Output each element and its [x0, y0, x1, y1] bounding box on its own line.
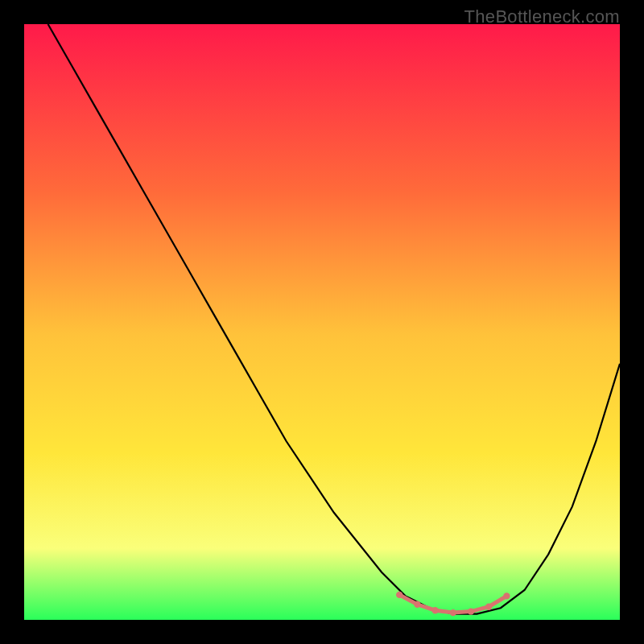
- optimal-marker: [468, 608, 474, 614]
- optimal-marker: [431, 607, 438, 613]
- optimal-marker: [485, 604, 492, 610]
- optimal-marker: [396, 592, 402, 598]
- bottleneck-curve: [24, 24, 620, 620]
- optimal-marker: [414, 601, 420, 608]
- optimal-marker: [450, 609, 456, 616]
- optimal-marker: [503, 592, 510, 599]
- chart-plot-area: [24, 24, 620, 620]
- optimal-range-markers: [396, 592, 510, 617]
